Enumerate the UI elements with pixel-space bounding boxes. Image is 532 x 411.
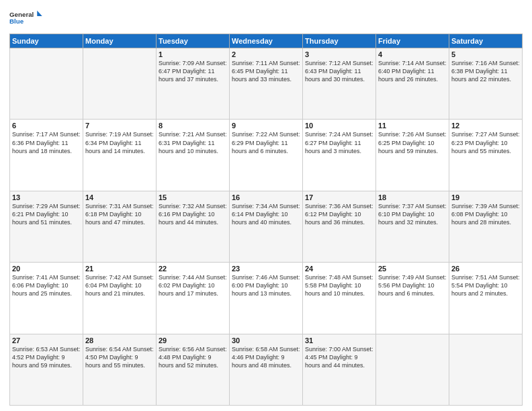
day-detail: Sunrise: 7:36 AM Sunset: 6:12 PM Dayligh…	[305, 202, 373, 226]
calendar-cell: 10Sunrise: 7:24 AM Sunset: 6:27 PM Dayli…	[303, 120, 376, 191]
day-number: 31	[305, 336, 373, 345]
day-number: 22	[159, 265, 227, 273]
day-number: 14	[85, 193, 154, 201]
day-number: 30	[232, 336, 300, 345]
weekday-header-wednesday: Wednesday	[230, 34, 303, 48]
day-number: 4	[378, 50, 447, 58]
day-detail: Sunrise: 7:12 AM Sunset: 6:43 PM Dayligh…	[305, 59, 373, 83]
page-header: GeneralBlue	[9, 7, 523, 30]
day-detail: Sunrise: 7:24 AM Sunset: 6:27 PM Dayligh…	[305, 130, 373, 154]
day-number: 7	[85, 122, 154, 130]
day-detail: Sunrise: 7:39 AM Sunset: 6:08 PM Dayligh…	[451, 202, 520, 226]
day-number: 20	[12, 265, 81, 273]
day-number: 24	[305, 265, 373, 273]
weekday-header-row: SundayMondayTuesdayWednesdayThursdayFrid…	[10, 34, 523, 48]
day-detail: Sunrise: 7:37 AM Sunset: 6:10 PM Dayligh…	[378, 202, 447, 226]
day-detail: Sunrise: 7:21 AM Sunset: 6:31 PM Dayligh…	[159, 130, 227, 154]
day-detail: Sunrise: 7:16 AM Sunset: 6:38 PM Dayligh…	[451, 59, 520, 83]
day-detail: Sunrise: 7:26 AM Sunset: 6:25 PM Dayligh…	[378, 130, 447, 154]
day-detail: Sunrise: 6:56 AM Sunset: 4:48 PM Dayligh…	[159, 345, 227, 369]
day-detail: Sunrise: 7:29 AM Sunset: 6:21 PM Dayligh…	[12, 202, 81, 226]
calendar-cell: 6Sunrise: 7:17 AM Sunset: 6:36 PM Daylig…	[10, 120, 83, 191]
calendar-cell: 24Sunrise: 7:48 AM Sunset: 5:58 PM Dayli…	[303, 263, 376, 334]
calendar-cell: 8Sunrise: 7:21 AM Sunset: 6:31 PM Daylig…	[157, 120, 230, 191]
calendar-cell: 3Sunrise: 7:12 AM Sunset: 6:43 PM Daylig…	[303, 48, 376, 120]
weekday-header-saturday: Saturday	[449, 34, 523, 48]
calendar-cell: 23Sunrise: 7:46 AM Sunset: 6:00 PM Dayli…	[230, 263, 303, 334]
day-number: 13	[12, 193, 81, 201]
calendar-cell: 25Sunrise: 7:49 AM Sunset: 5:56 PM Dayli…	[376, 263, 449, 334]
calendar-cell: 22Sunrise: 7:44 AM Sunset: 6:02 PM Dayli…	[157, 263, 230, 334]
calendar-cell: 16Sunrise: 7:34 AM Sunset: 6:14 PM Dayli…	[230, 191, 303, 262]
calendar-cell: 26Sunrise: 7:51 AM Sunset: 5:54 PM Dayli…	[449, 263, 523, 334]
day-detail: Sunrise: 7:22 AM Sunset: 6:29 PM Dayligh…	[232, 130, 300, 154]
weekday-header-monday: Monday	[83, 34, 157, 48]
weekday-header-tuesday: Tuesday	[157, 34, 230, 48]
day-number: 15	[159, 193, 227, 201]
calendar-cell: 2Sunrise: 7:11 AM Sunset: 6:45 PM Daylig…	[230, 48, 303, 120]
calendar-cell	[449, 334, 523, 405]
calendar-cell: 7Sunrise: 7:19 AM Sunset: 6:34 PM Daylig…	[83, 120, 157, 191]
day-number: 27	[12, 336, 81, 345]
calendar-cell: 11Sunrise: 7:26 AM Sunset: 6:25 PM Dayli…	[376, 120, 449, 191]
day-detail: Sunrise: 6:58 AM Sunset: 4:46 PM Dayligh…	[232, 345, 300, 369]
weekday-header-friday: Friday	[376, 34, 449, 48]
calendar-cell: 13Sunrise: 7:29 AM Sunset: 6:21 PM Dayli…	[10, 191, 83, 262]
logo-svg: GeneralBlue	[9, 7, 50, 30]
calendar-cell: 9Sunrise: 7:22 AM Sunset: 6:29 PM Daylig…	[230, 120, 303, 191]
calendar-cell: 20Sunrise: 7:41 AM Sunset: 6:06 PM Dayli…	[10, 263, 83, 334]
weekday-header-sunday: Sunday	[10, 34, 83, 48]
day-number: 29	[159, 336, 227, 345]
svg-text:General: General	[9, 11, 34, 18]
day-detail: Sunrise: 6:54 AM Sunset: 4:50 PM Dayligh…	[85, 345, 154, 369]
day-number: 8	[159, 122, 227, 130]
calendar-cell	[376, 334, 449, 405]
day-detail: Sunrise: 7:49 AM Sunset: 5:56 PM Dayligh…	[378, 273, 447, 298]
day-number: 1	[159, 50, 227, 58]
day-detail: Sunrise: 6:53 AM Sunset: 4:52 PM Dayligh…	[12, 345, 81, 369]
day-detail: Sunrise: 7:46 AM Sunset: 6:00 PM Dayligh…	[232, 273, 300, 298]
calendar-cell	[10, 48, 83, 120]
svg-marker-2	[39, 9, 44, 13]
day-number: 10	[305, 122, 373, 130]
week-row-3: 13Sunrise: 7:29 AM Sunset: 6:21 PM Dayli…	[10, 191, 523, 262]
calendar-cell: 5Sunrise: 7:16 AM Sunset: 6:38 PM Daylig…	[449, 48, 523, 120]
calendar-cell: 1Sunrise: 7:09 AM Sunset: 6:47 PM Daylig…	[157, 48, 230, 120]
week-row-5: 27Sunrise: 6:53 AM Sunset: 4:52 PM Dayli…	[10, 334, 523, 405]
calendar-cell: 31Sunrise: 7:00 AM Sunset: 4:45 PM Dayli…	[303, 334, 376, 405]
calendar-cell: 14Sunrise: 7:31 AM Sunset: 6:18 PM Dayli…	[83, 191, 157, 262]
day-detail: Sunrise: 7:00 AM Sunset: 4:45 PM Dayligh…	[305, 345, 373, 369]
calendar-cell: 19Sunrise: 7:39 AM Sunset: 6:08 PM Dayli…	[449, 191, 523, 262]
calendar: SundayMondayTuesdayWednesdayThursdayFrid…	[9, 34, 523, 406]
calendar-cell: 18Sunrise: 7:37 AM Sunset: 6:10 PM Dayli…	[376, 191, 449, 262]
day-detail: Sunrise: 7:34 AM Sunset: 6:14 PM Dayligh…	[232, 202, 300, 226]
week-row-1: 1Sunrise: 7:09 AM Sunset: 6:47 PM Daylig…	[10, 48, 523, 120]
day-number: 11	[378, 122, 447, 130]
day-detail: Sunrise: 7:42 AM Sunset: 6:04 PM Dayligh…	[85, 273, 154, 298]
calendar-cell: 15Sunrise: 7:32 AM Sunset: 6:16 PM Dayli…	[157, 191, 230, 262]
calendar-cell: 28Sunrise: 6:54 AM Sunset: 4:50 PM Dayli…	[83, 334, 157, 405]
day-number: 16	[232, 193, 300, 201]
day-detail: Sunrise: 7:44 AM Sunset: 6:02 PM Dayligh…	[159, 273, 227, 298]
day-number: 5	[451, 50, 520, 58]
calendar-cell: 12Sunrise: 7:27 AM Sunset: 6:23 PM Dayli…	[449, 120, 523, 191]
week-row-2: 6Sunrise: 7:17 AM Sunset: 6:36 PM Daylig…	[10, 120, 523, 191]
day-detail: Sunrise: 7:31 AM Sunset: 6:18 PM Dayligh…	[85, 202, 154, 226]
day-number: 21	[85, 265, 154, 273]
day-detail: Sunrise: 7:48 AM Sunset: 5:58 PM Dayligh…	[305, 273, 373, 298]
day-number: 28	[85, 336, 154, 345]
day-number: 3	[305, 50, 373, 58]
day-number: 9	[232, 122, 300, 130]
day-detail: Sunrise: 7:41 AM Sunset: 6:06 PM Dayligh…	[12, 273, 81, 298]
day-detail: Sunrise: 7:17 AM Sunset: 6:36 PM Dayligh…	[12, 130, 81, 154]
day-detail: Sunrise: 7:51 AM Sunset: 5:54 PM Dayligh…	[451, 273, 520, 298]
calendar-cell: 30Sunrise: 6:58 AM Sunset: 4:46 PM Dayli…	[230, 334, 303, 405]
weekday-header-thursday: Thursday	[303, 34, 376, 48]
day-number: 19	[451, 193, 520, 201]
day-number: 18	[378, 193, 447, 201]
day-number: 26	[451, 265, 520, 273]
day-number: 2	[232, 50, 300, 58]
day-number: 12	[451, 122, 520, 130]
calendar-cell: 27Sunrise: 6:53 AM Sunset: 4:52 PM Dayli…	[10, 334, 83, 405]
day-number: 23	[232, 265, 300, 273]
